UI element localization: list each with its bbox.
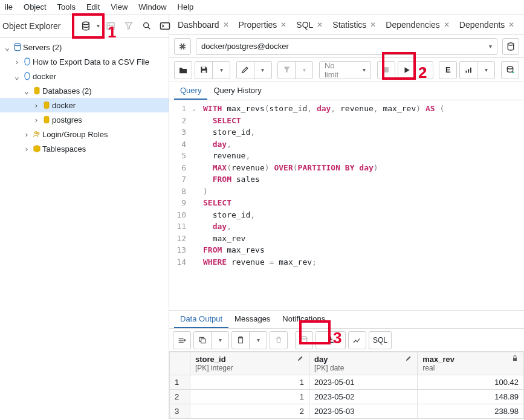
svg-rect-14 (202, 67, 205, 69)
tab-query[interactable]: Query (174, 82, 207, 100)
pencil-icon (297, 355, 304, 362)
execute-button[interactable] (398, 61, 416, 79)
svg-rect-31 (513, 358, 517, 361)
svg-rect-16 (383, 67, 389, 73)
paste-dropdown[interactable]: ▾ (249, 331, 267, 349)
svg-point-13 (508, 43, 513, 45)
svg-point-11 (35, 132, 37, 134)
graph-button[interactable] (348, 331, 366, 349)
object-tree: ⌄ Servers (2) › How to Export Data to a … (0, 37, 169, 158)
add-row-button[interactable] (173, 331, 191, 349)
results-grid[interactable]: store_id[PK] integerday[PK] datemax_revr… (169, 352, 524, 419)
view-data-button[interactable] (103, 19, 118, 33)
tab-query-history[interactable]: Query History (207, 82, 267, 100)
save-button[interactable] (195, 61, 213, 79)
svg-rect-1 (107, 22, 114, 29)
object-explorer-panel: Object Explorer ▾ (0, 15, 169, 419)
tree-db-postgres[interactable]: › postgres (0, 112, 169, 127)
tab-messages[interactable]: Messages (228, 311, 276, 328)
stop-button[interactable] (377, 61, 395, 79)
svg-rect-26 (201, 338, 205, 343)
menu-ile[interactable]: ile (5, 2, 13, 11)
database-icon (41, 115, 52, 124)
paste-button[interactable] (231, 331, 250, 349)
menu-window[interactable]: Window (138, 2, 166, 11)
svg-rect-18 (468, 69, 469, 73)
server-group-icon (12, 43, 23, 51)
copy-dropdown[interactable]: ▾ (211, 331, 229, 349)
tree-server-howto[interactable]: › How to Export Data to a CSV File (0, 54, 169, 69)
tab-sql[interactable]: SQL✕ (293, 16, 326, 33)
menu-help[interactable]: Help (178, 2, 194, 11)
save-data-button[interactable] (295, 331, 313, 349)
svg-point-0 (83, 22, 89, 25)
chevron-down-icon: ▾ (97, 22, 100, 29)
main-tabs: Dashboard✕Properties✕SQL✕Statistics✕Depe… (169, 15, 524, 35)
close-icon[interactable]: ✕ (508, 21, 514, 29)
close-icon[interactable]: ✕ (317, 21, 323, 29)
tree-tablespaces[interactable]: › Tablespaces (0, 141, 169, 156)
menu-object[interactable]: Object (24, 2, 47, 11)
menu-tools[interactable]: Tools (57, 2, 76, 11)
close-icon[interactable]: ✕ (444, 21, 450, 29)
sql-view-button[interactable]: SQL (369, 331, 392, 349)
svg-point-7 (15, 44, 20, 46)
svg-point-29 (301, 337, 306, 339)
menubar: ileObjectToolsEditViewWindowHelp (0, 0, 524, 15)
connection-select[interactable]: docker/postgres@docker ▾ (196, 38, 497, 55)
svg-rect-17 (465, 71, 467, 73)
download-button[interactable] (315, 331, 346, 349)
tree-db-docker[interactable]: › docker (0, 98, 169, 112)
chevron-down-icon: ▾ (363, 66, 366, 73)
search-button[interactable] (140, 19, 154, 33)
tab-data-output[interactable]: Data Output (174, 311, 228, 328)
tree-server-docker[interactable]: ⌄ docker (0, 69, 169, 83)
tree-login-roles[interactable]: › Login/Group Roles (0, 127, 169, 141)
delete-row-button[interactable] (270, 331, 288, 349)
lock-icon (511, 355, 519, 362)
open-file-button[interactable] (174, 61, 192, 79)
edit-button[interactable] (236, 61, 254, 79)
svg-rect-15 (202, 71, 205, 73)
copy-button[interactable] (193, 331, 212, 349)
svg-point-4 (144, 22, 149, 27)
execute-dropdown[interactable]: ▾ (415, 61, 433, 79)
limit-select[interactable]: No limit ▾ (319, 61, 371, 79)
filter-dropdown[interactable]: ▾ (295, 61, 313, 79)
tree-servers[interactable]: ⌄ Servers (2) (0, 40, 169, 54)
explain-button[interactable]: E (439, 61, 457, 79)
filter-rows-button[interactable] (121, 19, 136, 33)
menu-edit[interactable]: Edit (86, 2, 100, 11)
sql-editor[interactable]: 1234567891011121314 ⌄ WITH max_revs(stor… (169, 100, 524, 310)
svg-line-5 (148, 27, 150, 29)
edit-dropdown[interactable]: ▾ (254, 61, 272, 79)
new-connection-button[interactable] (502, 38, 519, 55)
tablespace-icon (31, 144, 42, 153)
svg-point-20 (507, 66, 513, 69)
pencil-icon (405, 355, 412, 362)
commit-button[interactable] (501, 61, 519, 79)
server-icon (22, 57, 33, 66)
explain-dropdown[interactable]: ▾ (477, 61, 495, 79)
connection-status-icon[interactable] (174, 38, 191, 55)
tab-dashboard[interactable]: Dashboard✕ (174, 16, 233, 33)
query-tool-button[interactable] (79, 19, 93, 33)
svg-rect-19 (470, 68, 471, 73)
object-explorer-title: Object Explorer (2, 21, 79, 31)
close-icon[interactable]: ✕ (223, 21, 229, 29)
explain-analyze-button[interactable] (459, 61, 477, 79)
database-group-icon (31, 86, 42, 95)
svg-rect-6 (161, 22, 170, 29)
tab-dependents[interactable]: Dependents✕ (456, 16, 519, 33)
tab-statistics[interactable]: Statistics✕ (329, 16, 380, 33)
chevron-down-icon: ▾ (489, 43, 492, 50)
close-icon[interactable]: ✕ (370, 21, 376, 29)
close-icon[interactable]: ✕ (280, 21, 286, 29)
filter-button[interactable] (277, 61, 296, 79)
tab-notifications[interactable]: Notifications (276, 311, 331, 328)
tree-databases[interactable]: ⌄ Databases (2) (0, 83, 169, 98)
save-dropdown[interactable]: ▾ (212, 61, 230, 79)
menu-view[interactable]: View (111, 2, 128, 11)
tab-dependencies[interactable]: Dependencies✕ (382, 16, 453, 33)
tab-properties[interactable]: Properties✕ (235, 16, 291, 33)
